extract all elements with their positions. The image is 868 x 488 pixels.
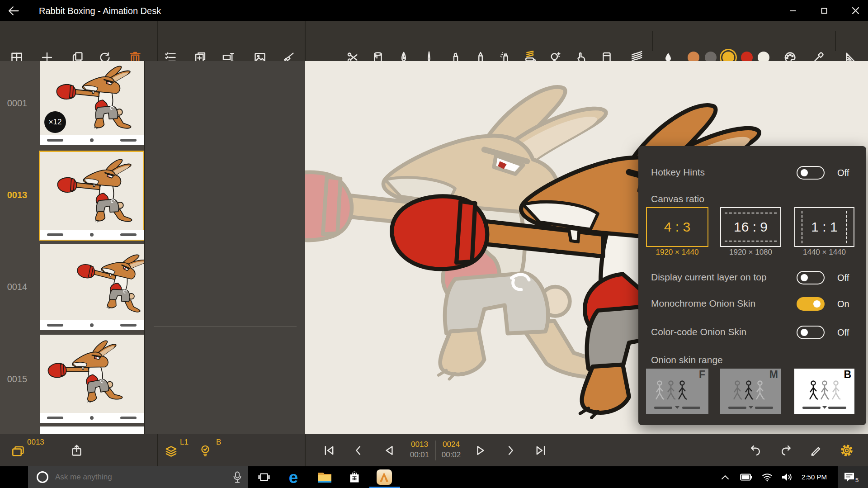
- back-button[interactable]: [7, 5, 20, 17]
- export-button[interactable]: [71, 444, 83, 457]
- crop-guide: [846, 211, 847, 243]
- crop-guide: [725, 213, 777, 213]
- skip-start-icon: [323, 444, 335, 457]
- close-icon: [852, 7, 859, 14]
- canvas-ratio-label: Canvas ratio: [651, 194, 704, 204]
- file-explorer-button[interactable]: [314, 466, 335, 488]
- hotkey-hints-label: Hotkey Hints: [651, 167, 705, 178]
- ratio-text: 4 : 3: [664, 219, 690, 235]
- next-frame-button[interactable]: [504, 444, 517, 457]
- skip-to-end-button[interactable]: [534, 444, 547, 457]
- bottombar-divider: [157, 434, 158, 467]
- volume-indicator[interactable]: [778, 466, 797, 488]
- frame-repeat-badge: ×12: [44, 111, 66, 133]
- frame-counter-button[interactable]: [11, 445, 25, 457]
- onion-range-middle[interactable]: M: [720, 369, 781, 414]
- frame-strip: [40, 320, 144, 330]
- panel-divider: [144, 61, 145, 434]
- redo-icon: [780, 444, 793, 457]
- battery-indicator[interactable]: [737, 466, 755, 488]
- ratio-text: 1 : 1: [811, 219, 837, 235]
- onion-range-backward-selected[interactable]: B: [794, 369, 854, 414]
- frame-strip: [40, 230, 144, 240]
- wifi-icon: [762, 473, 773, 482]
- onion-mode-button[interactable]: [200, 445, 211, 458]
- layer-indicator-button[interactable]: [165, 445, 178, 457]
- settings-button[interactable]: [840, 444, 854, 457]
- edit-pen-icon: [810, 444, 822, 457]
- close-button[interactable]: [845, 0, 866, 21]
- bottom-bar: 0013 L1 B 0013 00:01 0024 00:02: [0, 434, 868, 466]
- layers-panel: Outline 95% Color 100% Background 100%: [144, 61, 305, 434]
- edge-browser-button[interactable]: e: [283, 466, 304, 488]
- frame-thumbnail-0014[interactable]: [40, 244, 144, 330]
- play-icon: [474, 444, 487, 457]
- maximize-button[interactable]: [814, 0, 835, 21]
- cortana-search-box[interactable]: Ask me anything: [28, 466, 248, 488]
- minimize-button[interactable]: [783, 0, 803, 21]
- chevron-up-icon: [721, 474, 729, 480]
- cortana-icon[interactable]: [36, 471, 49, 483]
- ratio-text: 16 : 9: [734, 219, 768, 235]
- skip-end-icon: [534, 444, 547, 457]
- volume-icon: [781, 472, 793, 482]
- range-letter: M: [769, 369, 778, 381]
- frame-number: 0001: [0, 98, 34, 109]
- ratio-option-4-3[interactable]: 4 : 3: [646, 207, 708, 247]
- layer-indicator-label: L1: [180, 438, 189, 447]
- onion-mode-label: B: [216, 438, 221, 447]
- file-explorer-icon: [318, 471, 332, 483]
- current-frame-value: 0013: [401, 440, 438, 449]
- window-title: Rabbit Boxing - Aimation Desk: [39, 6, 161, 16]
- toolbar-divider: [835, 31, 836, 51]
- toolbar-divider: [652, 31, 653, 51]
- frame-thumbnail-0013-selected[interactable]: [40, 152, 144, 240]
- frame-number: 0015: [0, 374, 34, 384]
- ratio-option-1-1[interactable]: 1 : 1: [794, 207, 854, 247]
- edit-mode-button[interactable]: [810, 444, 822, 457]
- settings-popup: Hotkey Hints Off Canvas ratio 4 : 3 1920…: [638, 146, 866, 425]
- display-layer-top-toggle[interactable]: [797, 271, 825, 284]
- edge-icon: e: [289, 469, 298, 486]
- microphone-icon[interactable]: [232, 471, 242, 483]
- aimation-app-icon: [376, 469, 392, 485]
- chevron-left-icon: [352, 444, 365, 457]
- maximize-icon: [821, 8, 827, 14]
- play-forward-button[interactable]: [474, 444, 487, 457]
- monochrome-onion-toggle[interactable]: [797, 297, 825, 311]
- frame-thumbnail-0015[interactable]: [40, 335, 144, 423]
- frame-thumbnail-0001[interactable]: ×12: [40, 61, 144, 145]
- battery-icon: [740, 474, 752, 481]
- hotkey-hints-toggle[interactable]: [797, 166, 825, 180]
- search-input[interactable]: [54, 466, 226, 488]
- monochrome-onion-state: On: [837, 299, 849, 309]
- taskbar-clock[interactable]: 2:50 PM: [797, 473, 832, 481]
- frame-number-selected: 0013: [0, 190, 34, 200]
- frame-thumbnail-partial[interactable]: [40, 426, 144, 434]
- frame-strip: [40, 135, 144, 145]
- crop-guide: [802, 211, 802, 243]
- store-button[interactable]: [344, 466, 365, 488]
- redo-button[interactable]: [780, 444, 793, 457]
- onion-range-forward[interactable]: F: [646, 369, 708, 414]
- back-arrow-icon: [9, 7, 18, 15]
- undo-button[interactable]: [749, 444, 762, 457]
- gear-icon: [840, 444, 854, 457]
- wifi-indicator[interactable]: [758, 466, 776, 488]
- previous-frame-button[interactable]: [352, 444, 365, 457]
- frames-icon: [11, 445, 25, 457]
- notification-count-badge: 5: [855, 477, 859, 483]
- color-code-onion-toggle[interactable]: [797, 326, 825, 339]
- task-view-button[interactable]: [253, 466, 275, 488]
- play-backward-button[interactable]: [383, 444, 396, 457]
- display-layer-top-label: Display current layer on top: [651, 272, 767, 283]
- layers-divider: [154, 327, 297, 327]
- aimation-desk-app-button[interactable]: [373, 466, 395, 488]
- skip-to-start-button[interactable]: [323, 444, 335, 457]
- play-back-icon: [383, 444, 396, 457]
- undo-icon: [749, 444, 762, 457]
- end-frame-value: 0024: [433, 440, 469, 449]
- range-letter: F: [699, 369, 705, 381]
- ratio-option-16-9[interactable]: 16 : 9: [720, 207, 781, 247]
- tray-expand-button[interactable]: [716, 466, 734, 488]
